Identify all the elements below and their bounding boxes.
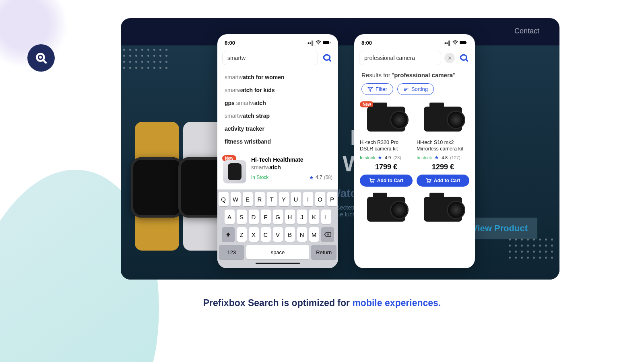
product-thumb (223, 160, 246, 183)
svg-rect-8 (466, 42, 467, 43)
svg-point-6 (455, 44, 456, 45)
key-p[interactable]: P (327, 192, 337, 206)
autocomplete-item[interactable]: smartwatch for women (225, 71, 331, 84)
search-input[interactable]: smartw (222, 51, 318, 65)
home-indicator (256, 263, 300, 264)
key-z[interactable]: Z (237, 227, 247, 242)
star-icon: ★ (378, 154, 382, 160)
decoration-dots (509, 239, 557, 275)
add-to-cart-button[interactable]: Add to Cart (360, 175, 413, 187)
search-input-value: smartw (227, 55, 246, 61)
key-c[interactable]: C (261, 227, 271, 242)
product-image (360, 191, 413, 227)
key-l[interactable]: L (321, 210, 331, 224)
key-x[interactable]: X (249, 227, 259, 242)
svg-point-13 (429, 182, 430, 183)
phone-mockup-autocomplete: 8:00 ••‖ smartw smartwatch for womensmar… (217, 34, 338, 268)
decoration-dots (123, 49, 171, 85)
svg-rect-7 (460, 41, 466, 44)
hero-product-image (131, 122, 227, 251)
key-e[interactable]: E (243, 192, 253, 206)
status-time: 8:00 (225, 40, 235, 46)
key-g[interactable]: G (273, 210, 283, 224)
keyboard: QWERTYUIOP ASDFGHJKL ZXCVBNM 123 space R… (217, 189, 338, 268)
status-bar: 8:00 ••‖ (354, 34, 475, 48)
key-o[interactable]: O (315, 192, 325, 206)
key-d[interactable]: D (249, 210, 259, 224)
star-icon: ★ (309, 175, 314, 181)
product-image (417, 101, 469, 137)
shift-key[interactable] (222, 227, 235, 242)
key-f[interactable]: F (261, 210, 271, 224)
key-q[interactable]: Q (219, 192, 229, 206)
key-b[interactable]: B (285, 227, 295, 242)
cart-icon (369, 178, 375, 183)
search-button[interactable] (458, 52, 470, 64)
filter-button[interactable]: Filter (361, 83, 393, 95)
phone-mockup-results: 8:00 ••‖ professional camera ✕ Results f… (354, 34, 475, 268)
rating-count: (127) (450, 155, 460, 160)
key-t[interactable]: T (267, 192, 277, 206)
rating: ★ 4.7 (58) (309, 175, 332, 181)
product-card[interactable] (417, 191, 469, 227)
cart-icon (426, 178, 431, 183)
search-button[interactable] (321, 52, 333, 64)
product-card[interactable] (360, 191, 413, 227)
key-i[interactable]: I (303, 192, 313, 206)
stock-label: In Stock (251, 175, 268, 180)
caption: Prefixbox Search is optimized for mobile… (0, 298, 644, 309)
key-j[interactable]: J (297, 210, 307, 224)
key-a[interactable]: A (225, 210, 235, 224)
svg-rect-3 (323, 41, 329, 44)
rating-value: 4.8 (442, 155, 448, 160)
stock-label: In stock (360, 155, 375, 160)
autocomplete-item[interactable]: activity tracker (225, 122, 331, 135)
status-bar: 8:00 ••‖ (217, 34, 338, 48)
wifi-icon (452, 40, 458, 46)
clear-button[interactable]: ✕ (444, 53, 455, 63)
key-k[interactable]: K (309, 210, 319, 224)
product-image (417, 191, 469, 227)
sorting-button[interactable]: Sorting (397, 83, 434, 95)
key-s[interactable]: S (237, 210, 247, 224)
hero-background: T Health i Wrist. Watch Series onsectetu… (121, 45, 559, 280)
autocomplete-item[interactable]: smarwatch for kids (225, 84, 331, 97)
key-h[interactable]: H (285, 210, 295, 224)
filter-icon (367, 86, 373, 92)
key-v[interactable]: V (273, 227, 283, 242)
rating-count: (23) (393, 155, 401, 160)
key-m[interactable]: M (309, 227, 319, 242)
status-time: 8:00 (361, 40, 372, 46)
product-card[interactable]: Hi-tech S10 mk2 Mirrorless camera kitIn … (417, 101, 469, 187)
add-to-cart-button[interactable]: Add to Cart (417, 175, 469, 187)
signal-icon: ••‖ (308, 40, 314, 46)
signal-icon: ••‖ (444, 40, 451, 46)
key-n[interactable]: N (297, 227, 307, 242)
autocomplete-item[interactable]: gps smartwatch (225, 97, 331, 109)
autocomplete-item[interactable]: fitness wristband (225, 135, 331, 148)
wifi-icon (316, 40, 321, 46)
product-card[interactable]: NewHi-tech R320 Pro DSLR camera kitIn st… (360, 101, 413, 187)
svg-point-12 (427, 182, 428, 183)
search-input[interactable]: professional camera (359, 51, 441, 65)
return-key[interactable]: Return (311, 245, 336, 259)
key-u[interactable]: U (291, 192, 301, 206)
product-suggestion[interactable]: New Hi-Tech Healthmate smartwatch In Sto… (217, 151, 338, 188)
battery-icon (323, 40, 331, 46)
svg-point-10 (371, 182, 372, 183)
nav-contact[interactable]: Contact (514, 27, 539, 35)
rating-value: 4.9 (385, 155, 391, 160)
sort-icon (403, 86, 409, 92)
brand-logo (27, 44, 55, 72)
star-icon: ★ (434, 154, 439, 160)
search-input-value: professional camera (364, 55, 415, 61)
svg-rect-4 (330, 42, 330, 43)
svg-point-11 (373, 182, 374, 183)
backspace-key[interactable] (321, 227, 334, 242)
key-r[interactable]: R (255, 192, 265, 206)
key-w[interactable]: W (231, 192, 241, 206)
autocomplete-item[interactable]: smartwatch strap (225, 109, 331, 122)
space-key[interactable]: space (246, 245, 310, 259)
numeric-key[interactable]: 123 (219, 245, 244, 259)
key-y[interactable]: Y (279, 192, 289, 206)
